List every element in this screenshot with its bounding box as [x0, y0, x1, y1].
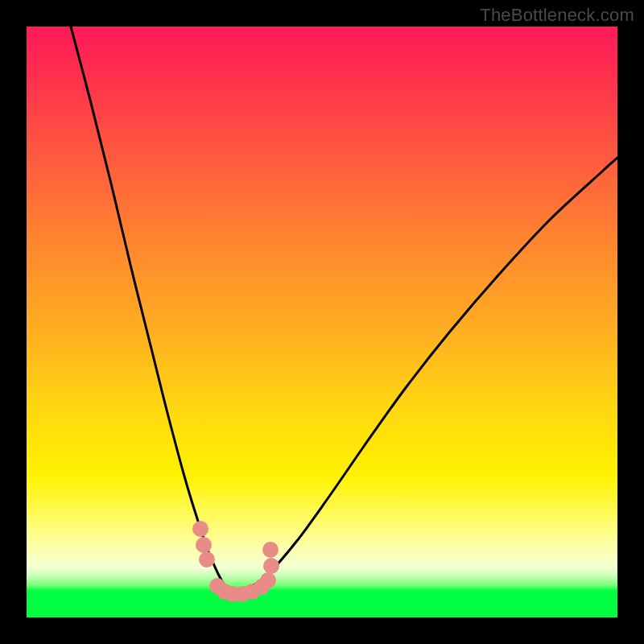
- overlay-dot: [199, 551, 215, 568]
- watermark-text: TheBottleneck.com: [480, 5, 634, 26]
- overlay-dot: [192, 521, 208, 537]
- outer-frame: TheBottleneck.com: [0, 0, 644, 644]
- chart-svg: [27, 27, 617, 617]
- series-left-curve: [71, 27, 232, 593]
- overlay-dot: [262, 542, 279, 558]
- series-right-curve: [232, 158, 617, 593]
- overlay-dot: [263, 558, 279, 574]
- overlay-dot: [260, 572, 276, 588]
- plot-area: [27, 27, 617, 617]
- overlay-dots-layer: [192, 521, 279, 602]
- overlay-dot: [196, 537, 212, 553]
- curve-layer: [71, 27, 617, 593]
